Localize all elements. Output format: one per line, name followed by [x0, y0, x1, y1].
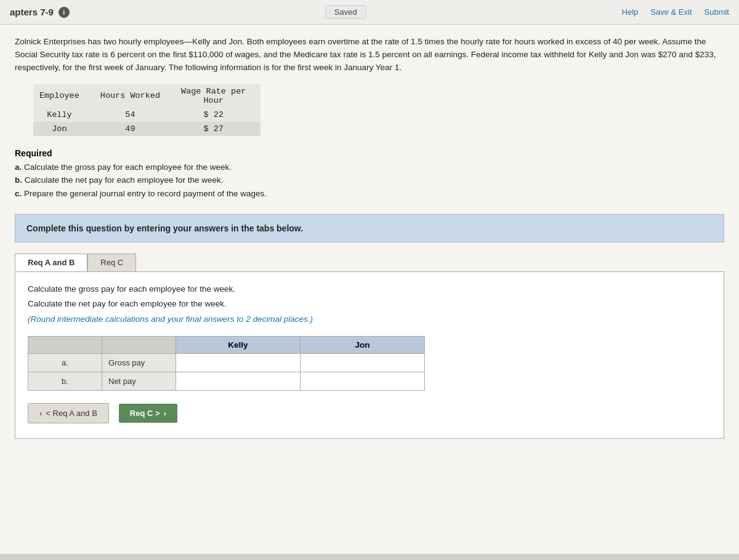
- bottom-nav: ‹ < Req A and B Req C > ›: [28, 403, 711, 423]
- tab-instruction-2: Calculate the net pay for each employee …: [28, 298, 711, 311]
- help-link[interactable]: Help: [622, 7, 639, 17]
- col-header-hours: Hours Worked: [94, 84, 175, 108]
- tab-instruction-3: (Round intermediate calculations and you…: [28, 313, 711, 326]
- jon-gross-pay-cell[interactable]: [301, 354, 425, 372]
- required-section: Required a. Calculate the gross pay for …: [15, 148, 724, 201]
- table-row: a. Gross pay: [28, 354, 425, 372]
- prev-button[interactable]: ‹ < Req A and B: [28, 403, 109, 423]
- chevron-right-icon: ›: [164, 409, 166, 418]
- submit-link[interactable]: Submit: [705, 7, 729, 17]
- jon-wage: $ 27: [175, 122, 260, 136]
- table-row: b. Net pay: [28, 372, 425, 391]
- row-index-b: b.: [28, 372, 102, 391]
- instruction-text: Complete this question by entering your …: [26, 223, 303, 233]
- empty-header-1: [28, 337, 102, 354]
- tab-content: Calculate the gross pay for each employe…: [15, 271, 724, 439]
- jon-net-pay-cell[interactable]: [301, 372, 425, 391]
- row-label-net-pay: Net pay: [102, 372, 176, 391]
- employee-name-kelly: Kelly: [33, 108, 94, 122]
- info-icon[interactable]: i: [59, 7, 70, 18]
- saved-badge: Saved: [325, 5, 366, 19]
- employee-table: Employee Hours Worked Wage Rate perHour …: [33, 84, 260, 136]
- instruction-box: Complete this question by entering your …: [15, 214, 724, 242]
- next-button[interactable]: Req C > ›: [119, 404, 177, 423]
- required-item-a: a. Calculate the gross pay for each empl…: [15, 161, 724, 174]
- kelly-gross-pay-input[interactable]: [182, 357, 294, 369]
- kelly-gross-pay-cell[interactable]: [176, 354, 301, 372]
- jon-gross-pay-input[interactable]: [307, 357, 418, 369]
- required-item-b: b. Calculate the net pay for each employ…: [15, 174, 724, 187]
- col-header-kelly: Kelly: [176, 337, 301, 354]
- required-title: Required: [15, 148, 724, 158]
- answer-table: Kelly Jon a. Gross pay b. Net: [28, 336, 425, 391]
- kelly-hours: 54: [94, 108, 175, 122]
- table-row: Kelly 54 $ 22: [33, 108, 260, 122]
- top-right-nav: Help Save & Exit Submit: [622, 7, 729, 17]
- chapter-label: apters 7-9: [10, 7, 54, 17]
- kelly-net-pay-input[interactable]: [182, 375, 294, 387]
- required-item-c: c. Prepare the general journal entry to …: [15, 187, 724, 201]
- col-header-wage: Wage Rate perHour: [175, 84, 260, 108]
- prev-button-label: < Req A and B: [46, 409, 97, 418]
- tabs-container: Req A and B Req C: [15, 254, 724, 271]
- chevron-left-icon: ‹: [39, 409, 42, 418]
- row-index-a: a.: [28, 354, 102, 372]
- kelly-net-pay-cell[interactable]: [176, 372, 301, 391]
- problem-text: Zolnick Enterprises has two hourly emplo…: [15, 36, 724, 74]
- top-bar: apters 7-9 i Saved Help Save & Exit Subm…: [0, 0, 739, 25]
- save-exit-link[interactable]: Save & Exit: [650, 7, 692, 17]
- tab-req-a-b[interactable]: Req A and B: [15, 254, 87, 271]
- col-header-jon: Jon: [301, 337, 425, 354]
- main-content: Zolnick Enterprises has two hourly emplo…: [0, 25, 739, 554]
- row-label-gross-pay: Gross pay: [102, 354, 176, 372]
- top-left: apters 7-9 i: [10, 7, 70, 18]
- employee-name-jon: Jon: [33, 122, 94, 136]
- col-header-employee: Employee: [33, 84, 94, 108]
- jon-hours: 49: [94, 122, 175, 136]
- tab-instruction-1: Calculate the gross pay for each employe…: [28, 283, 711, 296]
- table-row: Jon 49 $ 27: [33, 122, 260, 136]
- empty-header-2: [102, 337, 176, 354]
- jon-net-pay-input[interactable]: [307, 375, 418, 387]
- kelly-wage: $ 22: [175, 108, 260, 122]
- tab-req-c[interactable]: Req C: [87, 254, 136, 271]
- next-button-label: Req C >: [130, 409, 160, 418]
